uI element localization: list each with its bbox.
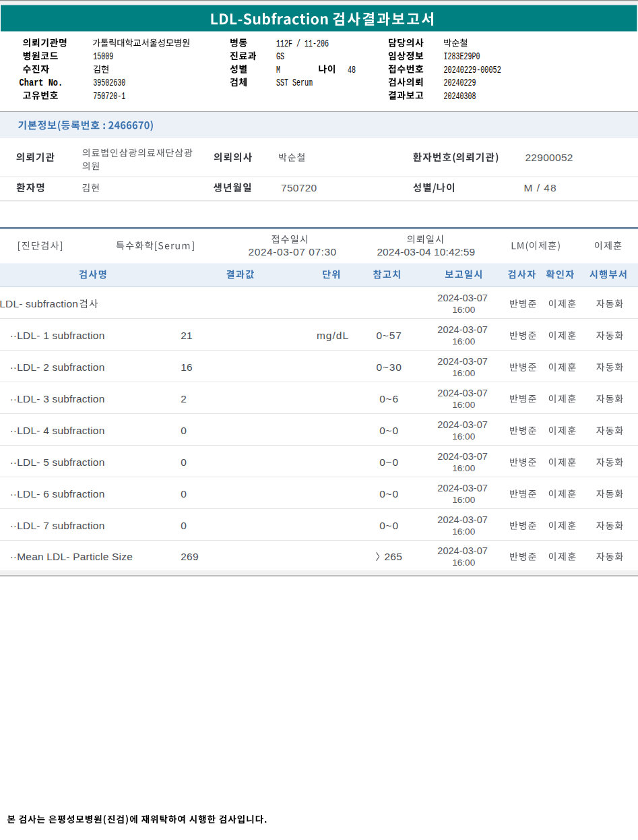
svg-text:20240308: 20240308 — [444, 91, 476, 102]
svg-text:2024-03-07: 2024-03-07 — [437, 483, 488, 493]
svg-text:16: 16 — [181, 361, 193, 373]
svg-text:0~57: 0~57 — [376, 330, 402, 341]
svg-text:0~0: 0~0 — [379, 456, 399, 468]
svg-text:750720: 750720 — [281, 182, 317, 193]
svg-text:16:00: 16:00 — [452, 400, 475, 410]
svg-text:22900052: 22900052 — [525, 152, 573, 163]
svg-text:16:00: 16:00 — [452, 368, 475, 378]
svg-text:M / 48: M / 48 — [524, 182, 557, 193]
svg-text:··LDL- 7 subfraction: ··LDL- 7 subfraction — [10, 520, 105, 531]
svg-text:··LDL- 4 subfraction: ··LDL- 4 subfraction — [10, 425, 105, 436]
svg-text:0: 0 — [181, 520, 187, 531]
svg-text:··LDL- 6 subfraction: ··LDL- 6 subfraction — [10, 488, 105, 500]
svg-text:0~0: 0~0 — [379, 425, 399, 436]
svg-text:750720-1: 750720-1 — [93, 91, 125, 102]
svg-text:SST Serum: SST Serum — [276, 78, 313, 89]
svg-text:16:00: 16:00 — [452, 558, 475, 568]
svg-text:0: 0 — [181, 488, 187, 500]
svg-text:0~0: 0~0 — [379, 488, 399, 500]
svg-text:20240229-00052: 20240229-00052 — [444, 65, 501, 76]
svg-text:Chart No.: Chart No. — [20, 78, 63, 88]
svg-text:2024-03-07: 2024-03-07 — [437, 419, 488, 430]
svg-text:16:00: 16:00 — [452, 305, 475, 315]
svg-text:265: 265 — [385, 551, 402, 562]
svg-text:0~0: 0~0 — [379, 520, 399, 531]
svg-text:39502630: 39502630 — [93, 78, 125, 89]
svg-text:0: 0 — [181, 456, 187, 468]
svg-text:269: 269 — [181, 551, 198, 562]
svg-text:2024-03-07 07:30: 2024-03-07 07:30 — [249, 246, 337, 258]
svg-text:15009: 15009 — [93, 52, 113, 63]
svg-text:··Mean LDL- Particle Size: ··Mean LDL- Particle Size — [10, 551, 133, 562]
svg-text:2024-03-07: 2024-03-07 — [437, 388, 488, 398]
svg-text:16:00: 16:00 — [452, 527, 475, 537]
svg-text:··LDL- 3 subfraction: ··LDL- 3 subfraction — [10, 393, 105, 404]
svg-text:GS: GS — [276, 52, 284, 63]
svg-text:0~30: 0~30 — [376, 361, 402, 373]
svg-text:mg/dL: mg/dL — [317, 330, 349, 341]
svg-text:2024-03-07: 2024-03-07 — [437, 451, 488, 462]
svg-text:2024-03-07: 2024-03-07 — [437, 324, 488, 335]
svg-text:16:00: 16:00 — [452, 495, 475, 505]
svg-text:2: 2 — [181, 393, 187, 404]
svg-text:20240229: 20240229 — [444, 78, 476, 89]
svg-text:16:00: 16:00 — [452, 336, 475, 347]
svg-text:2024-03-07: 2024-03-07 — [437, 514, 488, 525]
svg-text:16:00: 16:00 — [452, 463, 475, 473]
svg-text:2024-03-07: 2024-03-07 — [437, 545, 488, 556]
svg-text:2024-03-07: 2024-03-07 — [437, 293, 488, 303]
svg-text:2024-03-04 10:42:59: 2024-03-04 10:42:59 — [377, 246, 475, 258]
svg-text:LDL- subfraction: LDL- subfraction — [0, 298, 78, 309]
svg-text:··LDL- 1 subfraction: ··LDL- 1 subfraction — [10, 330, 105, 341]
svg-text:··LDL- 5 subfraction: ··LDL- 5 subfraction — [10, 456, 105, 468]
svg-text:0~6: 0~6 — [379, 393, 399, 404]
svg-text:0: 0 — [181, 425, 187, 436]
svg-text:16:00: 16:00 — [452, 431, 475, 442]
svg-text:2024-03-07: 2024-03-07 — [437, 356, 488, 367]
svg-text:112F / 11-206: 112F / 11-206 — [276, 38, 329, 49]
svg-text:21: 21 — [181, 330, 193, 341]
svg-text:M: M — [276, 65, 280, 76]
svg-text:··LDL- 2 subfraction: ··LDL- 2 subfraction — [10, 361, 105, 373]
svg-text:48: 48 — [348, 65, 356, 76]
svg-text:I283E29P0: I283E29P0 — [444, 52, 480, 63]
